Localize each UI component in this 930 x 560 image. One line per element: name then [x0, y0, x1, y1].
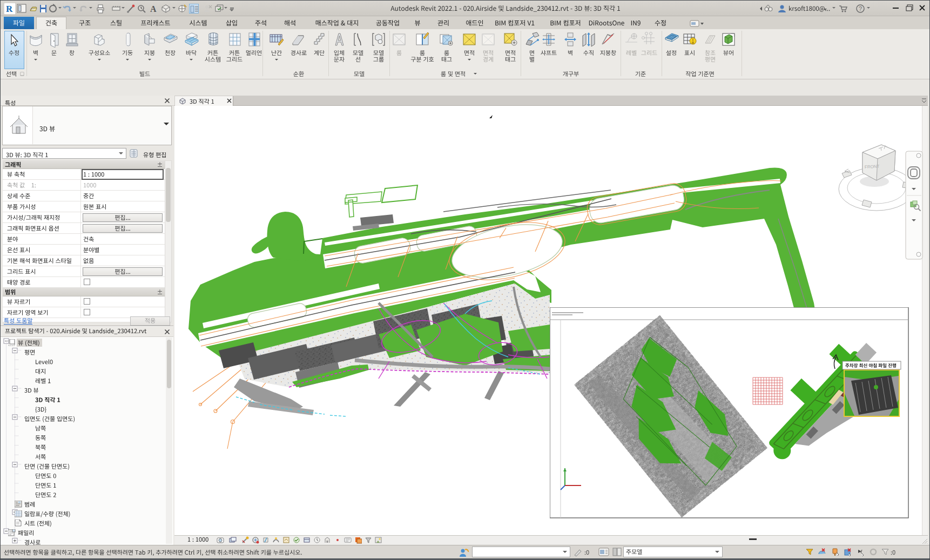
svg-text:FRONT: FRONT — [865, 164, 880, 170]
svg-text:R: R — [6, 4, 13, 14]
svg-text:?: ? — [859, 5, 862, 12]
svg-text:A: A — [150, 4, 157, 14]
